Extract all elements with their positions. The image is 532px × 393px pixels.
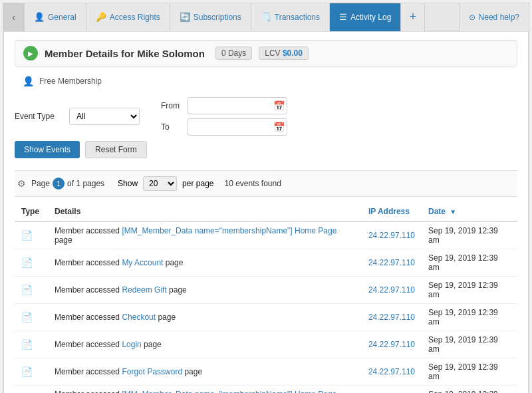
row-0-date: Sep 19, 2019 12:39 am xyxy=(422,221,517,249)
row-4-ip[interactable]: 24.22.97.110 xyxy=(362,331,422,358)
per-page-select[interactable]: 20 50 100 xyxy=(143,176,177,191)
row-3-details: Member accessed Checkout page xyxy=(48,304,362,331)
main-content: ▶ Member Details for Mike Solomon 0 Days… xyxy=(3,31,529,393)
table-row: 📄Member accessed My Account page24.22.97… xyxy=(15,249,517,277)
row-1-details-link[interactable]: My Account xyxy=(122,258,163,267)
col-header-date[interactable]: Date ▼ xyxy=(422,202,517,221)
row-3-details-link[interactable]: Checkout xyxy=(122,313,156,322)
row-6-ip[interactable]: 24.22.97.110 xyxy=(362,386,422,394)
row-2-details-prefix: Member accessed xyxy=(55,285,122,295)
row-4-details-link[interactable]: Login xyxy=(122,340,141,349)
row-6-details: Member accessed [MM_Member_Data name="me… xyxy=(48,386,362,394)
member-title: Member Details for Mike Solomon xyxy=(45,48,205,59)
row-5-ip-link[interactable]: 24.22.97.110 xyxy=(368,367,415,376)
from-date-input[interactable] xyxy=(188,97,287,114)
tab-subscriptions-label: Subscriptions xyxy=(194,13,241,22)
row-0-ip-link[interactable]: 24.22.97.110 xyxy=(368,231,415,240)
tab-transactions[interactable]: 🗒️ Transactions xyxy=(251,3,330,31)
from-row: From 📅 xyxy=(161,97,287,114)
row-3-ip-link[interactable]: 24.22.97.110 xyxy=(368,313,415,322)
filter-buttons: Show Events Reset Form xyxy=(15,141,517,158)
to-calendar-icon[interactable]: 📅 xyxy=(273,122,285,132)
from-calendar-icon[interactable]: 📅 xyxy=(273,100,285,111)
filter-row: Event Type All Page View Login Email Fro… xyxy=(15,97,517,136)
row-4-details-prefix: Member accessed xyxy=(55,340,122,349)
table-row: 📄Member accessed [MM_Member_Data name="m… xyxy=(15,221,517,249)
event-type-select[interactable]: All Page View Login Email xyxy=(69,108,140,125)
activity-log-icon: ☰ xyxy=(339,12,347,22)
help-label: Need help? xyxy=(479,13,519,22)
row-6-details-prefix: Member accessed xyxy=(55,390,122,393)
row-0-details-prefix: Member accessed xyxy=(55,226,122,235)
membership-row: 👤 Free Membership xyxy=(15,72,517,90)
row-2-ip[interactable]: 24.22.97.110 xyxy=(362,277,422,304)
add-tab-button[interactable]: + xyxy=(401,3,425,31)
event-type-label: Event Type xyxy=(15,112,61,121)
table-row: 📄Member accessed [MM_Member_Data name="m… xyxy=(15,386,517,394)
tab-access-rights[interactable]: 🔑 Access Rights xyxy=(86,3,170,31)
row-5-details-link[interactable]: Forgot Password xyxy=(122,367,182,376)
row-2-details: Member accessed Redeem Gift page xyxy=(48,277,362,304)
row-1-ip[interactable]: 24.22.97.110 xyxy=(362,249,422,277)
show-label: Show xyxy=(118,179,138,188)
row-1-date: Sep 19, 2019 12:39 am xyxy=(422,249,517,277)
row-4-details: Member accessed Login page xyxy=(48,331,362,358)
row-4-details-suffix: page xyxy=(142,340,162,349)
filter-section: Event Type All Page View Login Email Fro… xyxy=(15,90,517,165)
row-3-type-icon: 📄 xyxy=(21,312,33,323)
general-icon: 👤 xyxy=(34,12,45,22)
transactions-icon: 🗒️ xyxy=(261,12,271,22)
per-page-label: per page xyxy=(182,179,213,188)
membership-label: Free Membership xyxy=(39,76,102,86)
activity-table: Type Details IP Address Date ▼ 📄Member a… xyxy=(15,202,517,393)
reset-form-button[interactable]: Reset Form xyxy=(85,141,147,158)
tab-general[interactable]: 👤 General xyxy=(25,3,86,31)
page-number[interactable]: 1 xyxy=(53,178,65,190)
row-1-type-icon: 📄 xyxy=(21,257,33,268)
help-button[interactable]: ⊙ Need help? xyxy=(459,3,529,31)
show-events-button[interactable]: Show Events xyxy=(15,141,80,158)
row-0-details: Member accessed [MM_Member_Data name="me… xyxy=(48,221,362,249)
row-3-date: Sep 19, 2019 12:39 am xyxy=(422,304,517,331)
row-2-ip-link[interactable]: 24.22.97.110 xyxy=(368,285,415,295)
lcv-label: LCV xyxy=(265,49,280,58)
row-0-type-icon: 📄 xyxy=(21,230,33,241)
row-2-details-link[interactable]: Redeem Gift xyxy=(122,285,166,295)
row-6-details-link[interactable]: [MM_Member_Data name="membershipName"] H… xyxy=(122,390,336,393)
row-2-type-icon: 📄 xyxy=(21,285,33,295)
tab-transactions-label: Transactions xyxy=(275,13,320,22)
col-header-ip: IP Address xyxy=(362,202,422,221)
row-3-details-suffix: page xyxy=(156,313,176,322)
row-1-details-suffix: page xyxy=(163,258,183,267)
row-0-ip[interactable]: 24.22.97.110 xyxy=(362,221,422,249)
of-pages-label: of 1 pages xyxy=(67,179,104,188)
events-found: 10 events found xyxy=(224,179,281,188)
from-label: From xyxy=(161,101,181,110)
tab-general-label: General xyxy=(48,13,76,22)
row-5-ip[interactable]: 24.22.97.110 xyxy=(362,358,422,386)
row-5-details-prefix: Member accessed xyxy=(55,367,122,376)
row-4-ip-link[interactable]: 24.22.97.110 xyxy=(368,340,415,349)
row-5-details-suffix: page xyxy=(182,367,202,376)
row-1-details-prefix: Member accessed xyxy=(55,258,122,267)
subscriptions-icon: 🔄 xyxy=(180,12,190,22)
table-row: 📄Member accessed Forgot Password page24.… xyxy=(15,358,517,386)
table-row: 📄Member accessed Checkout page24.22.97.1… xyxy=(15,304,517,331)
row-4-date: Sep 19, 2019 12:39 am xyxy=(422,331,517,358)
row-3-ip[interactable]: 24.22.97.110 xyxy=(362,304,422,331)
row-1-ip-link[interactable]: 24.22.97.110 xyxy=(368,258,415,267)
settings-icon[interactable]: ⚙ xyxy=(17,178,26,189)
lcv-value: $0.00 xyxy=(283,49,303,58)
member-header: ▶ Member Details for Mike Solomon 0 Days… xyxy=(15,40,517,66)
table-row: 📄Member accessed Redeem Gift page24.22.9… xyxy=(15,277,517,304)
to-date-wrap: 📅 xyxy=(188,118,287,136)
tab-activity-log[interactable]: ☰ Activity Log xyxy=(330,3,401,31)
row-0-details-link[interactable]: [MM_Member_Data name="membershipName"] H… xyxy=(122,226,336,235)
col-header-type: Type xyxy=(15,202,48,221)
row-6-date: Sep 19, 2019 12:39 am xyxy=(422,386,517,394)
row-5-date: Sep 19, 2019 12:39 am xyxy=(422,358,517,386)
tab-subscriptions[interactable]: 🔄 Subscriptions xyxy=(170,3,251,31)
to-date-input[interactable] xyxy=(188,118,287,136)
help-icon: ⊙ xyxy=(469,13,475,22)
back-button[interactable]: ‹ xyxy=(3,3,25,31)
